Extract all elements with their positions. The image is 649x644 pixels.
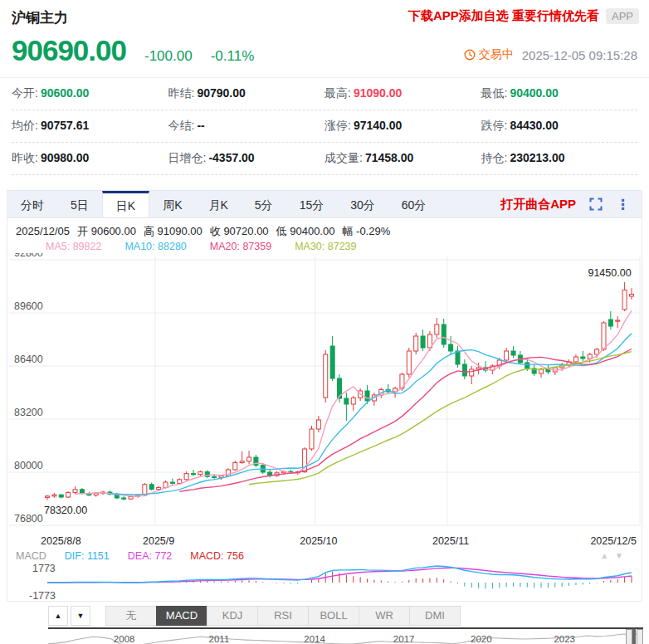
stat-value: -4357.00 — [208, 151, 254, 164]
indicator-tab-无[interactable]: 无 — [105, 606, 157, 626]
range-handle-left[interactable] — [626, 629, 632, 644]
indicator-tab-KDJ[interactable]: KDJ — [207, 606, 258, 626]
tab-5日[interactable]: 5日 — [57, 191, 102, 217]
stat-label: 跌停: — [481, 119, 508, 132]
stat-涨停: 涨停:97140.00 — [324, 119, 481, 134]
stat-持仓: 持仓:230213.00 — [481, 151, 638, 166]
macd-scroll-arrows[interactable]: ▲▼ — [600, 551, 642, 560]
stat-最高: 最高:91090.00 — [324, 86, 481, 101]
stat-label: 昨结: — [168, 86, 195, 100]
ma-label: MA5: 89822 — [46, 241, 101, 252]
stat-value: -- — [197, 119, 204, 132]
x-tick: 2025/10 — [300, 535, 337, 547]
bottom-bar: ▲ ▼ 无MACDKDJRSIBOLLWRDMI 200820112014201… — [7, 606, 642, 644]
indicator-tab-BOLL[interactable]: BOLL — [308, 606, 359, 626]
stats-row: 昨收:90980.00日增仓:-4357.00成交量:71458.00持仓:23… — [12, 143, 637, 175]
x-axis-labels: 2025/8/82025/92025/102025/112025/12/5 — [7, 535, 642, 549]
stat-value: 84430.00 — [510, 119, 558, 132]
period-tabbar: 分时5日日K周K月K5分15分30分60分 打开曲合APP ⋮ — [7, 190, 642, 218]
page-title: 沪铜主力 — [12, 8, 68, 27]
macd-label: DEA: 772 — [128, 550, 173, 562]
svg-text:-1773: -1773 — [29, 590, 56, 601]
price-row: 90690.00 -100.00 -0.11% 交易中 2025-12-05 0… — [0, 27, 649, 78]
clock-icon — [464, 49, 476, 61]
stat-昨收: 昨收:90980.00 — [12, 151, 168, 166]
macd-info-line: MACD DIF: 1151DEA: 772MACD: 756 ▲▼ — [7, 549, 642, 563]
tab-30分[interactable]: 30分 — [337, 191, 388, 217]
stat-label: 最高: — [324, 86, 351, 100]
macd-label: MACD: 756 — [190, 550, 244, 562]
svg-text:83200: 83200 — [14, 407, 43, 418]
stat-label: 持仓: — [481, 151, 508, 164]
stat-今结: 今结:-- — [168, 119, 325, 134]
svg-text:91450.00: 91450.00 — [588, 267, 631, 279]
indicator-tab-RSI[interactable]: RSI — [257, 606, 309, 626]
range-selection — [632, 629, 636, 644]
stat-label: 涨停: — [324, 119, 351, 132]
stat-label: 今开: — [12, 86, 38, 100]
trading-status: 交易中 — [464, 47, 514, 62]
stat-昨结: 昨结:90790.00 — [168, 86, 325, 101]
kline-field: 开 90600.00 — [77, 225, 136, 237]
svg-text:1773: 1773 — [32, 563, 56, 574]
stat-value: 230213.00 — [510, 151, 564, 164]
stat-label: 昨收: — [12, 151, 38, 164]
svg-text:92800: 92800 — [14, 253, 43, 259]
tab-分时[interactable]: 分时 — [7, 191, 57, 217]
macd-chart[interactable]: 1773-1773 — [7, 563, 642, 601]
stat-均价: 均价:90757.61 — [12, 119, 168, 134]
range-handle-right[interactable] — [637, 629, 643, 644]
timestamp: 2025-12-05 09:15:28 — [522, 48, 637, 62]
stat-value: 90790.00 — [197, 86, 245, 100]
header: 沪铜主力 下载APP添加自选 重要行情优先看 APP — [0, 0, 649, 27]
tab-60分[interactable]: 60分 — [388, 191, 440, 217]
app-badge[interactable]: APP — [606, 8, 639, 24]
stat-value: 90400.00 — [510, 86, 558, 100]
promo-link[interactable]: 下载APP添加自选 重要行情优先看 — [408, 8, 599, 24]
candlestick-chart[interactable]: 92800896008640083200800007680091450.0078… — [7, 253, 642, 535]
indicator-tab-MACD[interactable]: MACD — [156, 606, 207, 626]
stat-日增仓: 日增仓:-4357.00 — [168, 151, 325, 166]
ma-label: MA20: 87359 — [210, 241, 271, 252]
x-tick: 2025/12/5 — [590, 535, 637, 547]
overview-year-label: 2017 — [393, 634, 415, 644]
overview-year-label: 2008 — [114, 634, 135, 644]
indicator-tab-WR[interactable]: WR — [359, 606, 410, 626]
svg-text:80000: 80000 — [14, 460, 43, 471]
stat-label: 日增仓: — [168, 151, 207, 164]
indicator-tab-DMI[interactable]: DMI — [409, 606, 461, 626]
stat-label: 均价: — [12, 119, 38, 132]
open-app-link[interactable]: 打开曲合APP — [500, 197, 576, 212]
stat-value: 91090.00 — [354, 86, 402, 100]
indicator-down-button[interactable]: ▼ — [71, 606, 90, 626]
x-tick: 2025/8/8 — [41, 535, 81, 547]
period-tabs: 分时5日日K周K月K5分15分30分60分 — [7, 191, 439, 217]
stat-跌停: 跌停:84430.00 — [481, 119, 638, 134]
tab-周K[interactable]: 周K — [149, 191, 195, 217]
indicator-up-button[interactable]: ▲ — [48, 606, 68, 626]
stat-value: 90980.00 — [41, 151, 89, 164]
history-overview[interactable]: 200820112014201720202023 — [48, 627, 643, 644]
kline-date: 2025/12/05 — [16, 225, 70, 237]
last-price: 90690.00 — [12, 34, 126, 67]
stats-grid: 今开:90600.00昨结:90790.00最高:91090.00最低:9040… — [0, 78, 649, 175]
more-menu-icon[interactable]: ⋮ — [616, 198, 630, 212]
tab-15分[interactable]: 15分 — [286, 191, 338, 217]
fullscreen-icon[interactable] — [589, 198, 603, 211]
svg-text:86400: 86400 — [14, 354, 43, 365]
svg-text:76800: 76800 — [14, 513, 43, 524]
chart-panel: 分时5日日K周K月K5分15分30分60分 打开曲合APP ⋮ 2025/12/… — [7, 190, 642, 602]
stat-label: 今结: — [168, 119, 195, 132]
macd-label: DIF: 1151 — [65, 550, 110, 562]
stat-最低: 最低:90400.00 — [481, 86, 638, 101]
stat-成交量: 成交量:71458.00 — [324, 151, 481, 166]
macd-name: MACD — [16, 550, 46, 562]
tab-5分[interactable]: 5分 — [242, 191, 286, 217]
tab-日K[interactable]: 日K — [102, 191, 149, 217]
ma-label: MA30: 87239 — [295, 241, 356, 252]
kline-field: 高 91090.00 — [144, 225, 203, 237]
price-change-pct: -0.11% — [211, 48, 255, 65]
overview-year-label: 2023 — [554, 634, 575, 644]
stat-value: 90757.61 — [41, 119, 89, 132]
tab-月K[interactable]: 月K — [195, 191, 241, 217]
